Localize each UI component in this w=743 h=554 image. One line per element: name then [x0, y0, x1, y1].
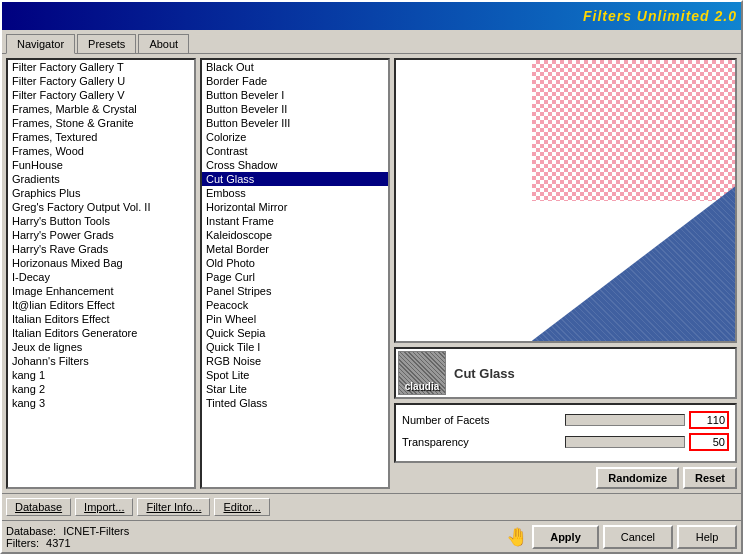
main-content: Filter Factory Gallery TFilter Factory G…: [2, 54, 741, 493]
filter-list-item[interactable]: Pin Wheel: [202, 312, 388, 326]
filter-list-item[interactable]: Colorize: [202, 130, 388, 144]
category-list[interactable]: Filter Factory Gallery TFilter Factory G…: [6, 58, 196, 489]
filter-list-item[interactable]: Page Curl: [202, 270, 388, 284]
filters-status: Filters: 4371: [6, 537, 486, 549]
preview-checkerboard: [532, 60, 735, 201]
filter-list-item[interactable]: Old Photo: [202, 256, 388, 270]
category-list-item[interactable]: Gradients: [8, 172, 194, 186]
category-list-item[interactable]: Italian Editors Effect: [8, 312, 194, 326]
selected-filter-name: Cut Glass: [450, 366, 515, 381]
filter-list-item[interactable]: Button Beveler III: [202, 116, 388, 130]
filter-list-item[interactable]: Button Beveler I: [202, 88, 388, 102]
category-list-item[interactable]: Frames, Stone & Granite: [8, 116, 194, 130]
status-bar: Database: ICNET-Filters Filters: 4371 🤚 …: [2, 520, 741, 552]
category-list-item[interactable]: Frames, Textured: [8, 130, 194, 144]
filter-list-item[interactable]: Cut Glass: [202, 172, 388, 186]
thumbnail-label: claudia: [399, 381, 445, 392]
filter-list[interactable]: Black OutBorder FadeButton Beveler IButt…: [200, 58, 390, 489]
filter-list-item[interactable]: Black Out: [202, 60, 388, 74]
category-list-item[interactable]: I-Decay: [8, 270, 194, 284]
tab-navigator[interactable]: Navigator: [6, 34, 75, 54]
param-value-transparency[interactable]: 50: [689, 433, 729, 451]
param-row-transparency: Transparency 50: [402, 433, 729, 451]
filter-list-item[interactable]: Horizontal Mirror: [202, 200, 388, 214]
filter-list-item[interactable]: Cross Shadow: [202, 158, 388, 172]
filter-list-item[interactable]: Spot Lite: [202, 368, 388, 382]
category-list-item[interactable]: Harry's Rave Grads: [8, 242, 194, 256]
main-window: Filters Unlimited 2.0 Navigator Presets …: [0, 0, 743, 554]
filter-list-item[interactable]: Quick Sepia: [202, 326, 388, 340]
category-list-item[interactable]: Jeux de lignes: [8, 340, 194, 354]
category-list-item[interactable]: kang 2: [8, 382, 194, 396]
category-list-item[interactable]: Frames, Wood: [8, 144, 194, 158]
action-buttons: 🤚 Apply Cancel Help: [506, 525, 737, 549]
category-list-item[interactable]: Filter Factory Gallery V: [8, 88, 194, 102]
category-list-item[interactable]: Horizonaus Mixed Bag: [8, 256, 194, 270]
cancel-button[interactable]: Cancel: [603, 525, 673, 549]
title-bar: Filters Unlimited 2.0: [2, 2, 741, 30]
import-button[interactable]: Import...: [75, 498, 133, 516]
filter-list-item[interactable]: Star Lite: [202, 382, 388, 396]
bottom-toolbar: Database Import... Filter Info... Editor…: [2, 493, 741, 520]
filter-list-item[interactable]: Instant Frame: [202, 214, 388, 228]
filter-info-button[interactable]: Filter Info...: [137, 498, 210, 516]
rand-reset-bar: Randomize Reset: [394, 467, 737, 489]
filter-list-item[interactable]: Tinted Glass: [202, 396, 388, 410]
filter-list-item[interactable]: Border Fade: [202, 74, 388, 88]
filter-list-item[interactable]: Button Beveler II: [202, 102, 388, 116]
category-list-item[interactable]: Filter Factory Gallery T: [8, 60, 194, 74]
database-status: Database: ICNET-Filters: [6, 525, 486, 537]
randomize-button[interactable]: Randomize: [596, 467, 679, 489]
category-list-item[interactable]: Graphics Plus: [8, 186, 194, 200]
filter-list-item[interactable]: Panel Stripes: [202, 284, 388, 298]
param-slider-transparency[interactable]: [565, 436, 685, 448]
right-panel: claudia Cut Glass Number of Facets 110 T…: [394, 58, 737, 489]
database-button[interactable]: Database: [6, 498, 71, 516]
filter-list-item[interactable]: Contrast: [202, 144, 388, 158]
filter-list-item[interactable]: Peacock: [202, 298, 388, 312]
status-info: Database: ICNET-Filters Filters: 4371: [6, 525, 486, 549]
filter-list-item[interactable]: RGB Noise: [202, 354, 388, 368]
param-value-facets[interactable]: 110: [689, 411, 729, 429]
editor-button[interactable]: Editor...: [214, 498, 269, 516]
app-title: Filters Unlimited 2.0: [583, 8, 737, 24]
category-list-item[interactable]: Greg's Factory Output Vol. II: [8, 200, 194, 214]
tab-bar: Navigator Presets About: [2, 30, 741, 54]
category-list-item[interactable]: It@lian Editors Effect: [8, 298, 194, 312]
filter-list-item[interactable]: Metal Border: [202, 242, 388, 256]
param-label-facets: Number of Facets: [402, 414, 561, 426]
param-slider-facets[interactable]: [565, 414, 685, 426]
filter-list-item[interactable]: Kaleidoscope: [202, 228, 388, 242]
thumbnail: claudia: [398, 351, 446, 395]
category-list-item[interactable]: Italian Editors Generatore: [8, 326, 194, 340]
category-list-item[interactable]: FunHouse: [8, 158, 194, 172]
preview-canvas: [396, 60, 735, 341]
thumbnail-strip: claudia Cut Glass: [394, 347, 737, 399]
reset-button[interactable]: Reset: [683, 467, 737, 489]
apply-button[interactable]: Apply: [532, 525, 599, 549]
hand-icon: 🤚: [506, 526, 528, 548]
params-area: Number of Facets 110 Transparency 50: [394, 403, 737, 463]
param-row-facets: Number of Facets 110: [402, 411, 729, 429]
category-list-item[interactable]: Johann's Filters: [8, 354, 194, 368]
preview-blue-triangle: [532, 186, 735, 341]
category-list-item[interactable]: Filter Factory Gallery U: [8, 74, 194, 88]
filter-list-item[interactable]: Quick Tile I: [202, 340, 388, 354]
category-list-item[interactable]: Harry's Button Tools: [8, 214, 194, 228]
tab-presets[interactable]: Presets: [77, 34, 136, 53]
tab-about[interactable]: About: [138, 34, 189, 53]
preview-area: [394, 58, 737, 343]
category-list-item[interactable]: Image Enhancement: [8, 284, 194, 298]
category-list-item[interactable]: Harry's Power Grads: [8, 228, 194, 242]
category-list-item[interactable]: Frames, Marble & Crystal: [8, 102, 194, 116]
category-list-item[interactable]: kang 1: [8, 368, 194, 382]
filter-list-item[interactable]: Emboss: [202, 186, 388, 200]
param-label-transparency: Transparency: [402, 436, 561, 448]
help-button[interactable]: Help: [677, 525, 737, 549]
category-list-item[interactable]: kang 3: [8, 396, 194, 410]
